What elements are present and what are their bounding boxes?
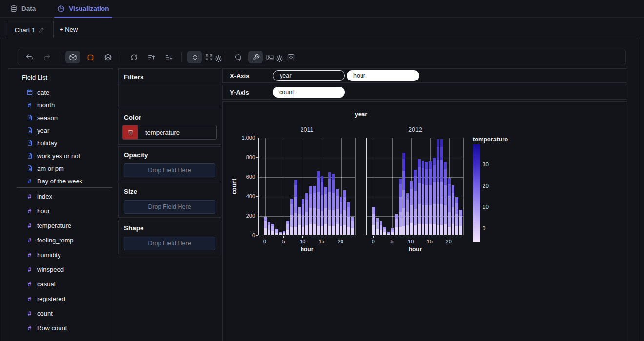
- field-item-registered[interactable]: #registered: [8, 291, 113, 306]
- export-image-button[interactable]: [266, 51, 281, 63]
- field-item-month[interactable]: #month: [8, 99, 113, 111]
- bar-2012-hour-17[interactable]: [437, 139, 440, 235]
- bar-2012-hour-13[interactable]: [422, 161, 424, 235]
- bar-2012-hour-11[interactable]: [414, 170, 417, 235]
- transpose-button[interactable]: [126, 51, 141, 63]
- shape-dropzone[interactable]: Drop Field Here: [124, 237, 215, 250]
- bar-2012-hour-16[interactable]: [433, 158, 436, 235]
- scale-settings-button[interactable]: [205, 51, 220, 63]
- color-field-pill[interactable]: temperature: [122, 125, 217, 140]
- opacity-dropzone[interactable]: Drop Field Here: [124, 163, 215, 177]
- bar-2012-hour-3[interactable]: [383, 227, 386, 235]
- bar-2011-hour-18[interactable]: [332, 174, 335, 235]
- remove-field-button[interactable]: [123, 125, 138, 140]
- field-label: count: [37, 310, 53, 317]
- bar-2012-hour-12[interactable]: [418, 159, 421, 235]
- bar-2011-hour-5[interactable]: [283, 231, 286, 235]
- bar-2011-hour-0[interactable]: [264, 217, 267, 235]
- bar-2012-hour-18[interactable]: [440, 139, 443, 235]
- field-item-humidity[interactable]: #humidity: [8, 247, 113, 262]
- bar-2012-hour-1[interactable]: [376, 218, 379, 235]
- field-item-hour[interactable]: #hour: [8, 203, 113, 218]
- debug-button[interactable]: [248, 51, 263, 63]
- toolbar-divider: [181, 52, 182, 62]
- scale-settings-icon: [205, 53, 213, 61]
- field-item-temperature[interactable]: #temperature: [8, 218, 113, 233]
- x-axis-field-pill-year[interactable]: year: [273, 70, 345, 81]
- bar-2011-hour-6[interactable]: [286, 221, 289, 235]
- bar-2012-hour-23[interactable]: [459, 210, 462, 235]
- edit-icon[interactable]: [39, 27, 45, 33]
- bar-2011-hour-4[interactable]: [279, 232, 282, 235]
- bar-2011-hour-3[interactable]: [275, 229, 278, 235]
- bar-2012-hour-4[interactable]: [387, 232, 390, 235]
- field-item-work-yes-or-not[interactable]: work yes or not: [8, 149, 113, 162]
- bar-2011-hour-9[interactable]: [298, 207, 301, 235]
- export-code-button[interactable]: [283, 51, 298, 63]
- field-item-count[interactable]: #count: [8, 306, 113, 321]
- sort-descending-button[interactable]: [161, 51, 176, 63]
- bar-2011-hour-23[interactable]: [351, 217, 354, 235]
- bar-2011-hour-19[interactable]: [336, 189, 339, 235]
- field-label: year: [37, 127, 49, 134]
- field-item-holiday[interactable]: holiday: [8, 137, 113, 149]
- bar-2012-hour-6[interactable]: [395, 214, 398, 235]
- bar-2011-hour-17[interactable]: [328, 172, 331, 235]
- stack-mode-button[interactable]: [101, 51, 115, 63]
- size-dropzone[interactable]: Drop Field Here: [124, 200, 215, 214]
- bar-2012-hour-5[interactable]: [391, 228, 394, 235]
- tab-visualization-label: Visualization: [69, 5, 109, 12]
- x-tick-mark: [373, 236, 374, 238]
- bar-2011-hour-12[interactable]: [309, 186, 312, 235]
- bar-2011-hour-8[interactable]: [294, 180, 297, 235]
- bar-2011-hour-22[interactable]: [347, 202, 350, 235]
- bar-2012-hour-15[interactable]: [429, 161, 432, 235]
- bar-2012-hour-0[interactable]: [372, 207, 375, 235]
- bar-2011-hour-13[interactable]: [313, 186, 316, 235]
- bar-2011-hour-15[interactable]: [321, 176, 323, 235]
- bar-2011-hour-1[interactable]: [268, 222, 271, 235]
- tab-data[interactable]: Data: [10, 0, 36, 18]
- bar-2011-hour-10[interactable]: [302, 199, 304, 235]
- filters-dropzone-empty[interactable]: [119, 85, 221, 107]
- new-chart-button[interactable]: + New: [60, 21, 78, 38]
- bar-2011-hour-2[interactable]: [271, 224, 274, 235]
- sort-ascending-button[interactable]: [144, 51, 159, 63]
- field-item-day-of-the-week[interactable]: #Day of the week: [8, 175, 113, 187]
- mark-rect-button[interactable]: [83, 51, 98, 63]
- bar-2012-hour-20[interactable]: [448, 178, 451, 235]
- field-item-season[interactable]: season: [8, 111, 113, 124]
- field-item-row-count[interactable]: #Row count: [8, 321, 113, 335]
- field-item-casual[interactable]: #casual: [8, 277, 113, 291]
- field-item-index[interactable]: #index: [8, 189, 113, 203]
- field-item-feeling-temp[interactable]: #feeling_temp: [8, 233, 113, 247]
- tab-chart-1[interactable]: Chart 1: [6, 21, 54, 38]
- field-item-year[interactable]: year: [8, 124, 113, 137]
- y-axis-field-pill-count[interactable]: count: [273, 87, 345, 98]
- bar-2012-hour-9[interactable]: [406, 193, 409, 235]
- bar-2012-hour-7[interactable]: [399, 179, 402, 235]
- bar-2012-hour-10[interactable]: [410, 181, 413, 235]
- bar-2011-hour-16[interactable]: [324, 187, 327, 235]
- field-item-winspeed[interactable]: #winspeed: [8, 262, 113, 277]
- bar-2011-hour-20[interactable]: [340, 197, 342, 235]
- bar-2011-hour-11[interactable]: [305, 193, 308, 235]
- tab-visualization[interactable]: Visualization: [57, 0, 109, 18]
- undo-button[interactable]: [22, 51, 37, 63]
- bar-2012-hour-14[interactable]: [425, 162, 428, 235]
- bar-2012-hour-22[interactable]: [455, 197, 458, 235]
- sort-ascending-icon: [147, 53, 156, 61]
- bar-2012-hour-19[interactable]: [444, 162, 447, 235]
- bar-2011-hour-14[interactable]: [317, 171, 320, 235]
- bar-2012-hour-21[interactable]: [452, 185, 455, 235]
- bar-2011-hour-7[interactable]: [290, 199, 293, 235]
- bar-2011-hour-21[interactable]: [343, 190, 346, 235]
- field-item-am-or-pm[interactable]: am or pm: [8, 162, 113, 175]
- bar-2012-hour-2[interactable]: [380, 221, 382, 235]
- field-item-date[interactable]: date: [8, 86, 113, 99]
- axes-resize-button[interactable]: [187, 51, 202, 63]
- mark-cube-button[interactable]: [65, 51, 80, 63]
- bar-2012-hour-8[interactable]: [402, 153, 405, 235]
- x-axis-field-pill-hour[interactable]: hour: [347, 70, 419, 81]
- limit-button[interactable]: [231, 51, 245, 63]
